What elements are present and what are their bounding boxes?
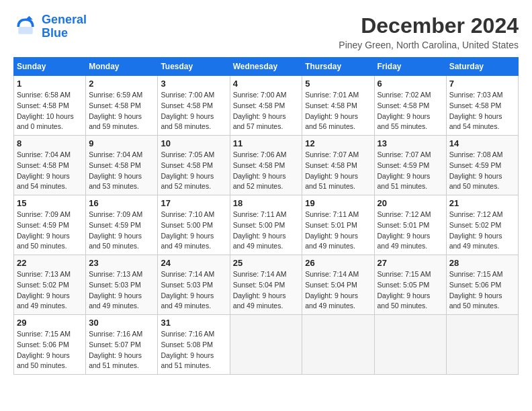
day-info: Sunrise: 7:14 AM Sunset: 5:03 PM Dayligh… [161,269,226,312]
sunrise-label: Sunrise: 7:09 AM [17,210,71,218]
sunrise-label: Sunrise: 7:14 AM [161,270,214,278]
day-info: Sunrise: 7:00 AM Sunset: 4:58 PM Dayligh… [161,90,226,132]
calendar-cell: 17 Sunrise: 7:10 AM Sunset: 5:00 PM Dayl… [158,195,230,255]
sunrise-label: Sunrise: 7:12 AM [449,210,503,218]
daylight-label: Daylight: 9 hours and 52 minutes. [161,172,214,191]
calendar-cell: 27 Sunrise: 7:15 AM Sunset: 5:05 PM Dayl… [374,255,446,315]
day-number: 22 [17,258,83,268]
day-info: Sunrise: 6:58 AM Sunset: 4:58 PM Dayligh… [17,90,83,132]
daylight-label: Daylight: 9 hours and 49 minutes. [378,232,431,250]
sunset-label: Sunset: 5:00 PM [161,221,213,229]
day-info: Sunrise: 7:02 AM Sunset: 4:58 PM Dayligh… [378,90,443,132]
sunset-label: Sunset: 5:04 PM [233,281,285,289]
calendar-cell: 5 Sunrise: 7:01 AM Sunset: 4:58 PM Dayli… [302,76,374,136]
sunset-label: Sunset: 4:58 PM [233,101,285,109]
daylight-label: Daylight: 9 hours and 50 minutes. [17,232,70,250]
day-info: Sunrise: 7:07 AM Sunset: 4:59 PM Dayligh… [378,150,443,192]
sunrise-label: Sunrise: 7:05 AM [161,150,214,158]
calendar-cell: 14 Sunrise: 7:08 AM Sunset: 4:59 PM Dayl… [446,136,518,195]
sunrise-label: Sunrise: 6:58 AM [17,91,71,99]
day-number: 3 [161,79,226,89]
sunset-label: Sunset: 5:08 PM [161,340,213,349]
day-number: 15 [17,198,83,208]
calendar-cell: 24 Sunrise: 7:14 AM Sunset: 5:03 PM Dayl… [158,255,230,315]
day-number: 11 [233,138,300,148]
sunrise-label: Sunrise: 7:00 AM [233,91,287,99]
day-info: Sunrise: 7:13 AM Sunset: 5:03 PM Dayligh… [89,269,154,312]
sunrise-label: Sunrise: 7:04 AM [17,150,71,158]
week-row-4: 22 Sunrise: 7:13 AM Sunset: 5:02 PM Dayl… [14,255,519,315]
daylight-label: Daylight: 9 hours and 50 minutes. [89,232,142,250]
weekday-header-saturday: Saturday [446,58,518,76]
sunset-label: Sunset: 4:58 PM [17,101,69,109]
daylight-label: Daylight: 9 hours and 54 minutes. [449,112,502,131]
sunrise-label: Sunrise: 7:15 AM [449,270,503,278]
daylight-label: Daylight: 9 hours and 49 minutes. [449,232,502,250]
daylight-label: Daylight: 9 hours and 49 minutes. [161,291,214,310]
weekday-header-thursday: Thursday [302,58,374,76]
day-number: 20 [378,198,443,208]
calendar-cell: 22 Sunrise: 7:13 AM Sunset: 5:02 PM Dayl… [14,255,86,315]
calendar-cell: 8 Sunrise: 7:04 AM Sunset: 4:58 PM Dayli… [14,136,86,195]
day-number: 16 [89,198,154,208]
sunrise-label: Sunrise: 7:12 AM [378,210,431,218]
location: Piney Green, North Carolina, United Stat… [339,40,519,50]
sunset-label: Sunset: 4:58 PM [449,101,502,109]
calendar-cell: 4 Sunrise: 7:00 AM Sunset: 4:58 PM Dayli… [230,76,302,136]
day-info: Sunrise: 7:05 AM Sunset: 4:58 PM Dayligh… [161,150,226,192]
day-number: 25 [233,258,300,268]
daylight-label: Daylight: 9 hours and 49 minutes. [89,291,142,310]
sunrise-label: Sunrise: 7:07 AM [305,150,359,158]
daylight-label: Daylight: 9 hours and 49 minutes. [305,232,358,250]
daylight-label: Daylight: 9 hours and 49 minutes. [17,291,70,310]
sunrise-label: Sunrise: 7:14 AM [233,270,287,278]
day-info: Sunrise: 7:09 AM Sunset: 4:59 PM Dayligh… [17,210,83,252]
day-number: 26 [305,258,371,268]
day-number: 21 [449,198,515,208]
calendar-cell: 31 Sunrise: 7:16 AM Sunset: 5:08 PM Dayl… [158,315,230,375]
sunset-label: Sunset: 5:02 PM [17,281,69,289]
daylight-label: Daylight: 9 hours and 50 minutes. [378,291,431,310]
calendar-cell: 12 Sunrise: 7:07 AM Sunset: 4:58 PM Dayl… [302,136,374,195]
day-number: 1 [17,79,83,89]
sunset-label: Sunset: 5:07 PM [89,340,141,349]
calendar-cell: 21 Sunrise: 7:12 AM Sunset: 5:02 PM Dayl… [446,195,518,255]
day-info: Sunrise: 7:15 AM Sunset: 5:06 PM Dayligh… [17,329,83,371]
sunrise-label: Sunrise: 6:59 AM [89,91,142,99]
sunrise-label: Sunrise: 7:11 AM [305,210,359,218]
calendar-cell: 30 Sunrise: 7:16 AM Sunset: 5:07 PM Dayl… [86,315,158,375]
day-number: 13 [378,138,443,148]
svg-rect-0 [18,27,33,34]
sunrise-label: Sunrise: 7:10 AM [161,210,214,218]
sunset-label: Sunset: 4:59 PM [449,161,502,169]
calendar-cell: 20 Sunrise: 7:12 AM Sunset: 5:01 PM Dayl… [374,195,446,255]
weekday-header-sunday: Sunday [14,58,86,76]
day-number: 31 [161,318,226,328]
sunset-label: Sunset: 5:01 PM [305,221,357,229]
sunset-label: Sunset: 4:59 PM [17,221,69,229]
day-number: 7 [449,79,515,89]
sunrise-label: Sunrise: 7:13 AM [17,270,71,278]
day-number: 10 [161,138,226,148]
day-number: 23 [89,258,154,268]
day-info: Sunrise: 7:08 AM Sunset: 4:59 PM Dayligh… [449,150,515,192]
calendar-cell: 16 Sunrise: 7:09 AM Sunset: 4:59 PM Dayl… [86,195,158,255]
sunset-label: Sunset: 5:04 PM [305,281,357,289]
calendar-cell: 29 Sunrise: 7:15 AM Sunset: 5:06 PM Dayl… [14,315,86,375]
sunset-label: Sunset: 4:59 PM [89,221,141,229]
daylight-label: Daylight: 9 hours and 49 minutes. [161,232,214,250]
day-info: Sunrise: 7:16 AM Sunset: 5:08 PM Dayligh… [161,329,226,371]
day-number: 9 [89,138,154,148]
day-number: 24 [161,258,226,268]
day-number: 30 [89,318,154,328]
day-number: 2 [89,79,154,89]
calendar-cell: 2 Sunrise: 6:59 AM Sunset: 4:58 PM Dayli… [86,76,158,136]
sunrise-label: Sunrise: 7:03 AM [449,91,503,99]
month-title: December 2024 [339,13,519,38]
logo-icon [13,15,38,39]
sunrise-label: Sunrise: 7:15 AM [378,270,431,278]
day-info: Sunrise: 7:14 AM Sunset: 5:04 PM Dayligh… [305,269,371,312]
day-info: Sunrise: 7:12 AM Sunset: 5:01 PM Dayligh… [378,210,443,252]
calendar-cell: 3 Sunrise: 7:00 AM Sunset: 4:58 PM Dayli… [158,76,230,136]
sunrise-label: Sunrise: 7:04 AM [89,150,142,158]
